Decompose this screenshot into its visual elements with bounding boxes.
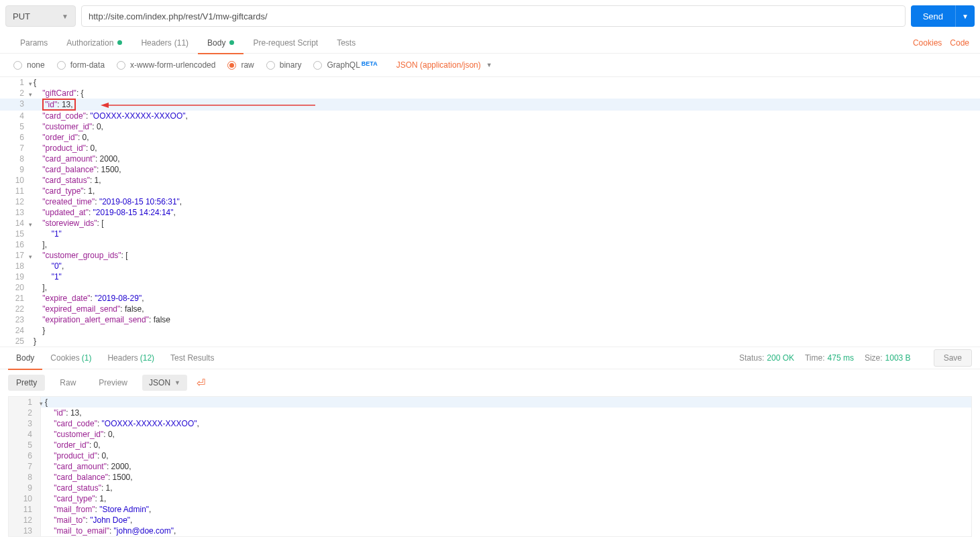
request-body-editor[interactable]: 1▾{ 2▾ "giftCard": { 3 "id": 13, 4 "card… <box>0 77 980 347</box>
view-pretty[interactable]: Pretty <box>8 375 45 391</box>
radio-icon <box>266 61 275 70</box>
radio-graphql[interactable]: GraphQLBETA <box>313 60 377 70</box>
tab-test-results[interactable]: Test Results <box>162 347 222 369</box>
annotation-highlight: "id": 13, <box>42 99 75 111</box>
tab-tests[interactable]: Tests <box>327 32 365 54</box>
status-block: Status:200 OK Time:475 ms Size:1003 B Sa… <box>739 349 972 367</box>
code-link[interactable]: Code <box>950 38 969 48</box>
chevron-down-icon: ▼ <box>956 13 975 20</box>
send-button[interactable]: Send ▼ <box>911 5 975 27</box>
dot-icon <box>229 40 234 45</box>
radio-icon <box>57 61 66 70</box>
response-header: Body Cookies(1) Headers(12) Test Results… <box>0 347 980 369</box>
response-body-editor[interactable]: 1▾{ 2 "id": 13, 3 "card_code": "OOXXX-XX… <box>8 396 972 537</box>
dot-icon <box>117 40 122 45</box>
tab-response-body[interactable]: Body <box>8 347 42 369</box>
save-response-button[interactable]: Save <box>934 349 972 367</box>
radio-raw[interactable]: raw <box>227 60 254 70</box>
wrap-lines-icon[interactable]: ⏎ <box>194 377 208 389</box>
response-format-select[interactable]: JSON ▼ <box>142 375 187 391</box>
radio-icon <box>117 61 125 70</box>
method-label: PUT <box>13 11 30 21</box>
method-select[interactable]: PUT ▼ <box>5 5 76 27</box>
view-raw[interactable]: Raw <box>52 375 84 391</box>
tab-prerequest[interactable]: Pre-request Script <box>243 32 327 54</box>
content-type-select[interactable]: JSON (application/json) ▼ <box>396 60 492 70</box>
size-value: 1003 B <box>885 353 911 363</box>
radio-icon <box>227 61 236 70</box>
time-value: 475 ms <box>828 353 854 363</box>
chevron-down-icon: ▼ <box>486 62 492 68</box>
radio-form-data[interactable]: form-data <box>57 60 105 70</box>
beta-badge: BETA <box>362 60 378 67</box>
status-value: 200 OK <box>767 353 794 363</box>
chevron-down-icon: ▼ <box>174 379 180 386</box>
tab-body[interactable]: Body <box>198 32 243 54</box>
radio-binary[interactable]: binary <box>266 60 302 70</box>
send-label: Send <box>911 11 955 21</box>
url-bar: PUT ▼ Send ▼ <box>0 0 980 32</box>
url-input[interactable] <box>81 5 906 27</box>
view-preview[interactable]: Preview <box>91 375 135 391</box>
tab-authorization[interactable]: Authorization <box>57 32 131 54</box>
radio-none[interactable]: none <box>13 60 45 70</box>
body-type-row: none form-data x-www-form-urlencoded raw… <box>0 54 980 77</box>
tab-params[interactable]: Params <box>11 32 57 54</box>
request-tabs: Params Authorization Headers(11) Body Pr… <box>0 32 980 54</box>
cookies-link[interactable]: Cookies <box>913 38 942 48</box>
radio-icon <box>313 61 322 70</box>
tab-headers[interactable]: Headers(11) <box>131 32 198 54</box>
response-view-row: Pretty Raw Preview JSON ▼ ⏎ <box>0 369 980 396</box>
radio-icon <box>13 61 22 70</box>
chevron-down-icon: ▼ <box>62 13 68 20</box>
tab-response-cookies[interactable]: Cookies(1) <box>42 347 99 369</box>
radio-urlencoded[interactable]: x-www-form-urlencoded <box>117 60 215 70</box>
tab-response-headers[interactable]: Headers(12) <box>99 347 162 369</box>
